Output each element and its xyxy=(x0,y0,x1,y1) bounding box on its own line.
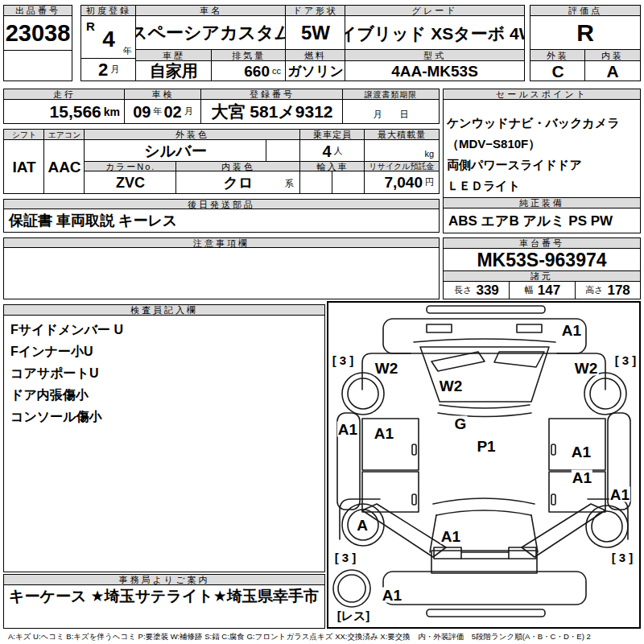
history-value: 自家用 xyxy=(135,60,213,81)
color-no-value: ZVC xyxy=(84,171,177,194)
mileage-unit: km xyxy=(104,106,120,118)
spare-tire-marker: [レス] xyxy=(336,609,371,621)
score-value: R xyxy=(530,15,641,51)
spec-height-value: 178 xyxy=(607,283,630,297)
ext-color-blank xyxy=(266,139,301,163)
import-blank-1 xyxy=(299,171,333,194)
shaken-value: 09 年 02 月 xyxy=(124,99,202,124)
damage-marker: A1 xyxy=(440,529,461,544)
damage-marker: A1 xyxy=(337,422,358,437)
damage-marker: W2 xyxy=(374,361,399,376)
grade-value: ハイブリッド XSターボ 4WD xyxy=(345,15,525,51)
displacement-value: 660 cc xyxy=(211,60,287,81)
int-color-value: クロ 系 xyxy=(175,171,301,194)
damage-marker: A1 xyxy=(609,487,630,502)
inspector-line: Fインナー小U xyxy=(10,341,93,362)
tire-depth-marker: [ 3 ] xyxy=(614,354,638,366)
inspector-line: コアサポートU xyxy=(10,362,98,384)
recycle-value: 7,040 円 xyxy=(364,171,440,194)
shaken-month: 02 xyxy=(164,104,182,120)
inspector-line: コンソール傷小 xyxy=(10,406,102,427)
shaken-year-suffix: 年 xyxy=(154,107,163,116)
damage-marker: W2 xyxy=(439,378,464,394)
damage-marker: A1 xyxy=(572,470,592,485)
capacity-number: 4 xyxy=(322,143,331,159)
interior-score: A xyxy=(584,60,641,81)
exterior-score: C xyxy=(530,60,586,81)
damage-marker: A1 xyxy=(571,444,592,460)
damage-marker: P1 xyxy=(476,439,496,454)
capacity-unit: 人 xyxy=(334,147,343,155)
equipment-value: ABS エアB アルミ PS PW xyxy=(443,208,641,233)
tire-depth-marker: [ 3 ] xyxy=(334,551,357,564)
damage-marker: A1 xyxy=(561,323,582,338)
damage-marker: A1 xyxy=(374,426,394,441)
int-color-suffix: 系 xyxy=(285,180,294,188)
car-outline-top-view xyxy=(328,303,639,627)
shift-value: IAT xyxy=(3,139,45,194)
mileage-number: 15,566 xyxy=(50,103,101,120)
fuel-value: ガソリン xyxy=(285,60,346,81)
ext-color-value: シルバー xyxy=(84,139,267,163)
office-value: キーケース ★埼玉サテライト★埼玉県幸手市 xyxy=(3,584,325,629)
spec-height: 高さ 178 xyxy=(575,281,641,299)
recycle-unit: 円 xyxy=(425,178,434,187)
sales-point-box: ケンウッドナビ・バックカメラ （MDV−S810F） 両側パワースライドドア Ｌ… xyxy=(443,99,641,199)
spec-length-label: 長さ xyxy=(454,286,472,295)
damage-marker: W2 xyxy=(574,361,599,376)
damage-marker: A xyxy=(356,518,369,533)
sales-line: （MDV−S810F） xyxy=(447,134,540,155)
shaken-month-suffix: 月 xyxy=(184,107,193,116)
spec-length: 長さ 339 xyxy=(443,281,510,299)
spec-width: 幅 147 xyxy=(509,281,576,299)
tire-depth-marker: [ 3 ] xyxy=(611,551,634,564)
car-name: スペーシアカスタム xyxy=(135,15,287,51)
first-reg-month-suffix: 月 xyxy=(110,65,119,74)
import-blank-2 xyxy=(332,171,365,194)
spec-width-value: 147 xyxy=(538,283,560,297)
inspector-line: ドア内張傷小 xyxy=(10,384,89,406)
first-reg-year-num: 4 xyxy=(102,28,115,51)
later-parts-value: 保証書 車両取説 キーレス xyxy=(3,208,440,233)
tire-depth-marker: [ 3 ] xyxy=(332,354,355,366)
capacity-value: 4 人 xyxy=(299,139,365,163)
int-color-name: クロ xyxy=(224,175,254,190)
damage-marker: A1 xyxy=(382,588,402,603)
sales-line: 両側パワースライドドア xyxy=(447,155,582,175)
first-reg-year-suffix: 年 xyxy=(123,47,132,56)
first-reg-month-num: 2 xyxy=(98,61,108,79)
legend: A:キズ U:ヘコミ B:キズを伴うヘコミ P:要塗装 W:補修跡 S:錆 C:… xyxy=(3,630,641,643)
regno-value: 大宮 581メ9312 xyxy=(200,99,344,124)
spec-length-value: 339 xyxy=(476,283,498,297)
damage-marker: G xyxy=(454,416,468,431)
displacement-unit: cc xyxy=(272,67,281,76)
first-reg-year: R 4 年 xyxy=(80,15,137,60)
aircon-value: AAC xyxy=(43,139,85,194)
displacement-number: 660 xyxy=(244,64,270,79)
transfer-value: 月 日 xyxy=(342,99,440,124)
damage-diagram: A1 [ 3 ] [ 3 ] W2 W2 W2 G A1 A1 P1 A1 A1… xyxy=(327,301,641,629)
mileage-value: 15,566 km xyxy=(3,99,126,124)
recycle-number: 7,040 xyxy=(384,175,423,190)
max-load-value: kg xyxy=(364,139,440,163)
sales-line: ＬＥＤライト xyxy=(447,175,520,196)
first-reg-month: 2 月 xyxy=(80,58,137,81)
auction-no-blank xyxy=(3,50,72,81)
inspector-box: Fサイドメンバー U Fインナー小U コアサポートU ドア内張傷小 コンソール傷… xyxy=(3,315,325,572)
model-code-value: 4AA-MK53S xyxy=(345,60,525,81)
chassis-value: MK53S-963974 xyxy=(443,248,641,272)
spec-height-label: 高さ xyxy=(585,286,603,295)
caution-box xyxy=(3,247,440,299)
spec-width-label: 幅 xyxy=(525,286,534,295)
auction-sheet: 出品番号 23038 初度登録 R 4 年 2 月 車名 スペーシアカスタム 車… xyxy=(0,0,644,644)
auction-no: 23038 xyxy=(3,15,72,52)
inspector-line: Fサイドメンバー U xyxy=(10,319,123,341)
first-reg-era: R xyxy=(86,20,95,32)
shaken-year: 09 xyxy=(133,104,151,120)
door-value: 5W xyxy=(285,15,346,51)
sales-line: ケンウッドナビ・バックカメラ xyxy=(447,113,620,134)
